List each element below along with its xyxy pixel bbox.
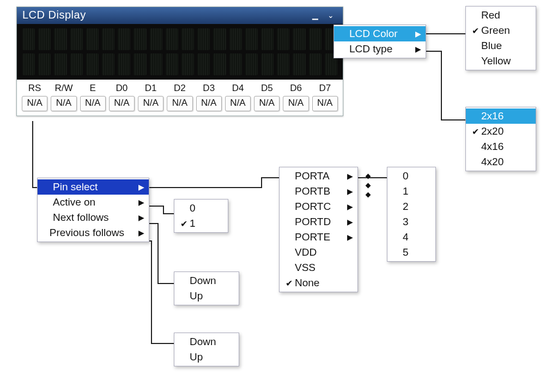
chevron-right-icon: ▶	[138, 213, 144, 222]
menu-item-label: Red	[481, 9, 531, 21]
menu-item[interactable]: ✔None	[280, 275, 357, 291]
menu-item-label: Down	[190, 275, 234, 287]
pin-column: RSN/A	[20, 82, 49, 114]
lcd-title-text: LCD Display	[22, 9, 86, 21]
pin-button[interactable]: N/A	[196, 96, 222, 111]
menu-item[interactable]: PORTE▶	[280, 230, 357, 245]
menu-item-label: Up	[190, 290, 234, 302]
menu-item[interactable]: 5	[387, 245, 435, 260]
lcd-title-bar[interactable]: LCD Display ▁ ⌄	[17, 7, 343, 24]
menu-item[interactable]: Up	[174, 349, 239, 365]
menu-item[interactable]: ✔Green	[466, 23, 536, 38]
previous-follows-menu: DownUp	[174, 333, 239, 366]
menu-item[interactable]: Active on▶	[38, 195, 149, 210]
menu-item-label: 0	[190, 202, 223, 214]
pin-button[interactable]: N/A	[22, 96, 47, 111]
pin-button[interactable]: N/A	[312, 96, 338, 111]
menu-item[interactable]: PORTB▶	[280, 184, 357, 199]
pin-column: D4N/A	[223, 82, 252, 114]
menu-item-label: Next follows	[53, 212, 134, 224]
lcd-cell	[102, 53, 114, 75]
menu-item[interactable]: 2x16	[466, 108, 536, 124]
menu-item[interactable]: Red	[466, 8, 536, 23]
pin-label: D3	[195, 82, 223, 95]
expand-icon[interactable]: ⌄	[324, 10, 337, 21]
menu-item[interactable]: Down	[174, 334, 239, 349]
menu-item[interactable]: 0	[174, 201, 228, 216]
lcd-color-menu: Red✔GreenBlueYellow	[465, 6, 536, 70]
menu-item[interactable]: PORTA▶	[280, 168, 357, 184]
menu-item[interactable]: 0	[387, 168, 435, 184]
menu-item[interactable]: LCD Color▶	[334, 26, 426, 41]
lcd-cell	[150, 28, 162, 50]
pin-button[interactable]: N/A	[51, 96, 76, 111]
menu-item-label: PORTE	[295, 231, 343, 243]
pin-button[interactable]: N/A	[109, 96, 135, 111]
menu-item[interactable]: ✔2x20	[466, 124, 536, 139]
lcd-display-panel: LCD Display ▁ ⌄ RSN/AR/WN/AEN/AD0N/AD1N/…	[16, 7, 343, 116]
lcd-cell	[118, 28, 130, 50]
lcd-cell	[134, 53, 146, 75]
ellipsis-icon	[366, 174, 370, 197]
pin-button[interactable]: N/A	[225, 96, 251, 111]
lcd-cell	[22, 28, 35, 50]
menu-item[interactable]: 4	[387, 230, 435, 245]
pin-column: D0N/A	[107, 82, 136, 114]
pin-label: D5	[252, 82, 281, 95]
menu-item[interactable]: LCD type▶	[334, 41, 426, 57]
pin-button[interactable]: N/A	[138, 96, 163, 111]
pin-button[interactable]: N/A	[254, 96, 280, 111]
menu-item-label: Up	[190, 351, 234, 363]
active-on-menu: 0✔1	[174, 199, 228, 233]
menu-item[interactable]: PORTC▶	[280, 199, 357, 214]
pin-button[interactable]: N/A	[80, 96, 106, 111]
lcd-cell	[293, 28, 305, 50]
minimize-icon[interactable]: ▁	[309, 10, 322, 21]
menu-item[interactable]: 4x20	[466, 154, 536, 170]
menu-item[interactable]: 3	[387, 214, 435, 230]
chevron-right-icon: ▶	[138, 228, 144, 237]
menu-item-label: 1	[190, 218, 223, 230]
lcd-cell	[309, 28, 322, 50]
menu-item[interactable]: Previous follows▶	[38, 225, 149, 240]
lcd-cell	[181, 53, 194, 75]
lcd-cell	[134, 28, 146, 50]
pin-label: D1	[136, 82, 165, 95]
lcd-cell	[70, 53, 83, 75]
pin-column: D1N/A	[136, 82, 165, 114]
menu-item[interactable]: Up	[174, 288, 239, 304]
menu-item[interactable]: Next follows▶	[38, 210, 149, 225]
check-icon: ✔	[469, 126, 481, 137]
pin-button[interactable]: N/A	[283, 96, 308, 111]
pin-label: R/W	[49, 82, 78, 95]
lcd-cell	[229, 53, 242, 75]
lcd-cell	[70, 28, 83, 50]
lcd-context-menu: LCD Color▶LCD type▶	[333, 25, 426, 58]
lcd-cell	[118, 53, 130, 75]
lcd-row	[22, 53, 337, 75]
menu-item[interactable]: Pin select▶	[38, 179, 149, 195]
menu-item[interactable]: Yellow	[466, 53, 536, 69]
menu-item[interactable]: 2	[387, 199, 435, 214]
menu-item[interactable]: 1	[387, 184, 435, 199]
menu-item-label: 4	[403, 231, 431, 243]
menu-item-label: LCD Color	[349, 28, 411, 40]
menu-item[interactable]: Down	[174, 273, 239, 288]
menu-item[interactable]: ✔1	[174, 216, 228, 231]
lcd-cell	[197, 28, 210, 50]
menu-item-label: VDD	[295, 246, 353, 258]
menu-item[interactable]: Blue	[466, 38, 536, 53]
lcd-type-menu: 2x16✔2x204x164x20	[465, 107, 536, 171]
menu-item[interactable]: 4x16	[466, 139, 536, 154]
pin-button[interactable]: N/A	[167, 96, 192, 111]
chevron-right-icon: ▶	[415, 45, 421, 53]
lcd-cell	[86, 28, 99, 50]
chevron-right-icon: ▶	[347, 187, 353, 196]
menu-item-label: Active on	[53, 196, 134, 208]
menu-item[interactable]: VDD	[280, 245, 357, 260]
chevron-right-icon: ▶	[347, 218, 353, 226]
menu-item[interactable]: VSS	[280, 260, 357, 275]
pin-column: D7N/A	[311, 82, 339, 114]
pin-label: D6	[281, 82, 310, 95]
menu-item[interactable]: PORTD▶	[280, 214, 357, 230]
